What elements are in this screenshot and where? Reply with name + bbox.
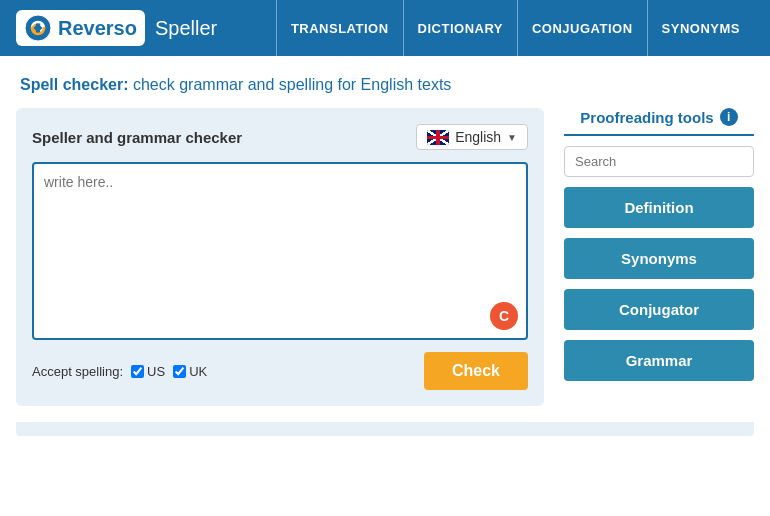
- subtitle: Spell checker: check grammar and spellin…: [0, 56, 770, 108]
- panel-header: Speller and grammar checker English ▼: [32, 124, 528, 150]
- reverso-c-button[interactable]: C: [490, 302, 518, 330]
- us-label: US: [147, 364, 165, 379]
- us-checkbox[interactable]: [131, 365, 144, 378]
- proofreading-title: Proofreading tools: [580, 109, 713, 126]
- svg-point-0: [25, 15, 51, 41]
- definition-button[interactable]: Definition: [564, 187, 754, 228]
- bottom-controls: Accept spelling: US UK Check: [32, 352, 528, 390]
- logo[interactable]: Reverso: [16, 10, 145, 46]
- panel-title: Speller and grammar checker: [32, 129, 242, 146]
- logo-text: Reverso: [58, 17, 137, 40]
- check-button[interactable]: Check: [424, 352, 528, 390]
- proofreading-header: Proofreading tools i: [564, 108, 754, 136]
- right-panel: Proofreading tools i Definition Synonyms…: [564, 108, 754, 406]
- uk-checkbox[interactable]: [173, 365, 186, 378]
- search-input[interactable]: [564, 146, 754, 177]
- chevron-down-icon: ▼: [507, 132, 517, 143]
- language-selector[interactable]: English ▼: [416, 124, 528, 150]
- synonyms-button[interactable]: Synonyms: [564, 238, 754, 279]
- nav-dictionary[interactable]: DICTIONARY: [403, 0, 517, 56]
- flag-icon: [427, 130, 449, 145]
- nav: TRANSLATION DICTIONARY CONJUGATION SYNON…: [276, 0, 754, 56]
- subtitle-label: Spell checker:: [20, 76, 129, 93]
- nav-synonyms[interactable]: SYNONYMS: [647, 0, 754, 56]
- language-label: English: [455, 129, 501, 145]
- spell-textarea[interactable]: [34, 164, 526, 334]
- subtitle-desc: check grammar and spelling for English t…: [133, 76, 451, 93]
- grammar-button[interactable]: Grammar: [564, 340, 754, 381]
- uk-label: UK: [189, 364, 207, 379]
- textarea-wrapper: C: [32, 162, 528, 340]
- accept-label: Accept spelling:: [32, 364, 123, 379]
- header: Reverso Speller TRANSLATION DICTIONARY C…: [0, 0, 770, 56]
- main-content: Speller and grammar checker English ▼ C …: [0, 108, 770, 422]
- accept-spelling: Accept spelling: US UK: [32, 364, 207, 379]
- bottom-strip: [16, 422, 754, 436]
- us-checkbox-label[interactable]: US: [131, 364, 165, 379]
- left-panel: Speller and grammar checker English ▼ C …: [16, 108, 544, 406]
- conjugator-button[interactable]: Conjugator: [564, 289, 754, 330]
- nav-translation[interactable]: TRANSLATION: [276, 0, 403, 56]
- nav-conjugation[interactable]: CONJUGATION: [517, 0, 647, 56]
- info-icon[interactable]: i: [720, 108, 738, 126]
- speller-label: Speller: [155, 17, 217, 40]
- uk-checkbox-label[interactable]: UK: [173, 364, 207, 379]
- reverso-logo-icon: [24, 14, 52, 42]
